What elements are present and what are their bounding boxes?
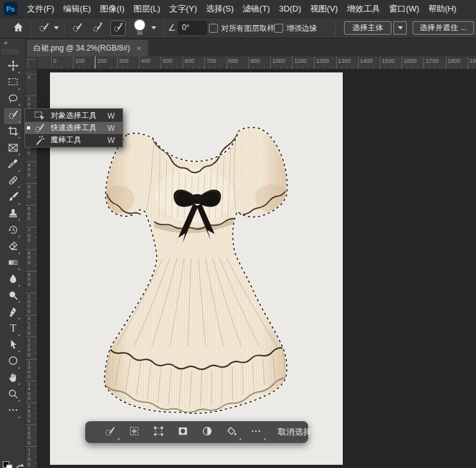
type-tool[interactable]: T [4,322,21,337]
lasso-tool[interactable] [4,92,21,107]
gradient-tool[interactable] [4,256,21,271]
edit-toolbar-tool[interactable] [4,404,21,419]
menu-item-8[interactable]: 3D(D) [274,4,306,13]
chevron-down-icon [398,26,403,29]
enhance-edge-checkbox[interactable] [274,24,283,33]
sample-all-layers-checkbox[interactable] [209,24,218,33]
separator [163,21,164,35]
ruler-label: 1 3 0 0 [28,360,30,380]
more-options-button[interactable] [247,424,264,440]
menu-item-4[interactable]: 图层(L) [129,4,165,13]
eraser-tool[interactable] [4,240,21,255]
menu-item-9[interactable]: 视图(V) [306,4,342,13]
history-brush-tool[interactable] [4,223,21,238]
tab-close-icon[interactable]: × [136,44,142,53]
type-icon: T [8,322,19,336]
default-swap-colors-widget[interactable] [3,461,24,468]
crop-tool[interactable] [4,124,21,140]
ruler-tick [117,56,118,69]
rectangular-marquee-icon [8,76,19,90]
toolbar-collapse-button[interactable]: » [1,39,10,46]
separator [129,21,130,35]
create-mask-button[interactable] [174,424,191,440]
spot-healing-brush-icon [8,175,19,188]
horizontal-ruler[interactable]: 0100200300400500600700800900100011001200… [37,56,476,69]
ellipse-icon [8,355,19,369]
deselect-button[interactable]: 取消选择 [273,426,316,438]
pen-tool[interactable] [4,305,21,321]
select-subject-dropdown-button[interactable] [393,21,407,35]
ruler-tick [51,56,52,69]
select-and-mask-button[interactable]: 选择并遮住 ... [413,21,474,35]
hand-tool[interactable] [4,371,21,386]
tool-preset-caret-icon[interactable] [54,26,59,29]
menu-item-12[interactable]: 帮助(H) [423,4,461,13]
move-tool[interactable] [4,59,21,74]
document-tab[interactable]: 白裙.png @ 34.2%(RGB/8#) × [27,40,148,56]
transform-selection-button[interactable] [150,424,167,440]
ruler-tick [468,56,468,69]
pen-icon [8,306,19,320]
ruler-label: 8 0 0 [28,251,30,265]
brush-angle-input[interactable]: 0° [178,21,207,35]
add-to-selection-icon [92,22,103,35]
quick-selection-tool[interactable] [4,108,21,124]
menu-item-7[interactable]: 滤镜(T) [238,4,275,13]
flyout-item-魔棒工具[interactable]: 魔棒工具W [25,134,122,146]
separator [64,21,65,35]
menu-item-1[interactable]: 文件(F) [22,4,59,13]
menu-item-10[interactable]: 增效工具 [342,4,384,13]
tool-preset-picker[interactable] [36,21,51,36]
dodge-tool[interactable] [4,288,21,304]
clone-stamp-tool[interactable] [4,206,21,222]
ruler-label: 1500 [382,58,395,64]
tool-flyout-menu: 对象选择工具W快速选择工具W魔棒工具W [24,108,123,147]
home-icon [13,22,24,35]
brush-tool[interactable] [4,190,21,206]
gradient-icon [8,257,19,271]
select-subject-button[interactable]: 选择主体 [344,21,391,35]
toolbar-dock: » T [0,38,26,468]
quick-selection-icon [8,109,19,122]
half-circle-icon [202,426,213,439]
eyedropper-tool[interactable] [4,158,21,173]
blur-tool[interactable] [4,272,21,288]
menu-item-5[interactable]: 文字(Y) [165,4,201,13]
new-adjustment-button[interactable] [199,424,215,440]
contextual-task-bar[interactable]: 取消选择 [85,421,308,443]
quick-selection-icon [104,426,115,439]
ruler-label: 700 [206,58,216,64]
ruler-tick [314,56,315,69]
ruler-label: 1 7 0 0 [28,447,30,467]
modify-selection-button[interactable] [101,424,118,440]
eyedropper-icon [8,158,19,172]
ruler-cursor-marker [95,56,95,69]
flyout-item-快速选择工具[interactable]: 快速选择工具W [25,122,122,134]
zoom-tool[interactable] [4,387,21,403]
path-selection-tool[interactable] [4,338,21,353]
subtract-from-selection-button[interactable] [110,21,126,36]
toolbar-grip[interactable] [2,49,19,54]
menu-item-6[interactable]: 选择(S) [201,4,238,13]
home-button[interactable] [10,21,26,36]
spot-healing-brush-tool[interactable] [4,174,21,189]
ruler-origin-corner[interactable] [26,56,37,69]
menu-item-11[interactable]: 窗口(W) [384,4,423,13]
default-colors-icon[interactable] [3,465,24,468]
fill-selection-button[interactable] [223,424,240,440]
move-selection-button[interactable] [126,424,142,440]
menu-item-2[interactable]: 编辑(E) [59,4,95,13]
rectangular-marquee-tool[interactable] [4,76,21,91]
bucket-icon [226,426,237,439]
frame-tool[interactable] [4,141,21,156]
flyout-item-shortcut: W [108,112,115,121]
flyout-item-shortcut: W [108,136,115,145]
new-selection-button[interactable] [69,21,85,36]
flyout-item-对象选择工具[interactable]: 对象选择工具W [25,110,122,122]
brush-picker-caret-icon[interactable] [151,26,156,29]
ellipse-tool[interactable] [4,355,21,370]
ruler-label: 1100 [294,58,306,64]
brush-size-picker[interactable]: 30 [135,20,145,36]
menu-item-3[interactable]: 图像(I) [95,4,129,13]
add-to-selection-button[interactable] [90,21,105,36]
